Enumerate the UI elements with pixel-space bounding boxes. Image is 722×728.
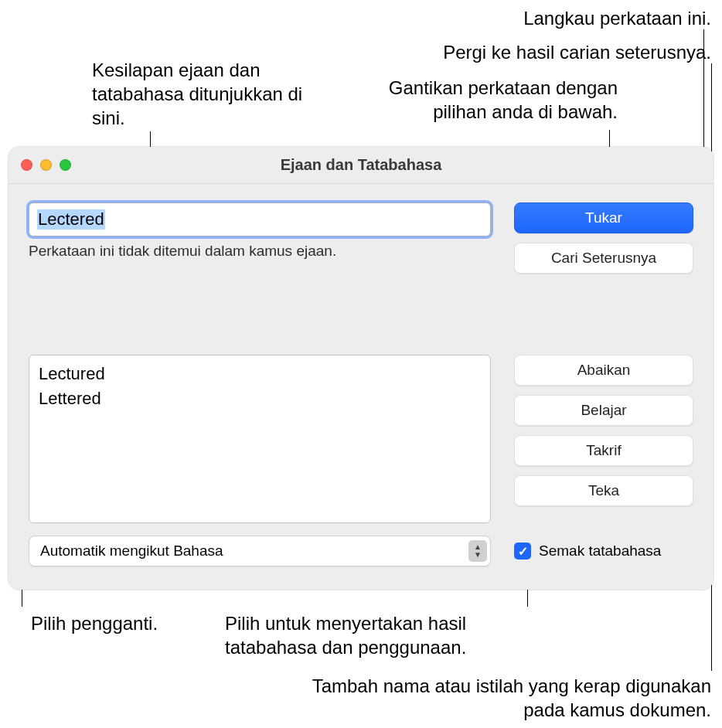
spelling-grammar-window: Ejaan dan Tatabahasa Lectered Perkataan … [9, 147, 713, 590]
callout-choose-replacement: Pilih pengganti. [31, 611, 158, 635]
ignore-button[interactable]: Abaikan [514, 355, 693, 386]
chevron-up-down-icon: ▲▼ [468, 540, 487, 562]
callout-replace: Gantikan perkataan dengan pilihan anda d… [355, 76, 618, 124]
list-item[interactable]: Lettered [39, 386, 481, 411]
guess-button[interactable]: Teka [514, 475, 693, 506]
suggestions-list[interactable]: Lectured Lettered [29, 355, 491, 523]
check-grammar-row: ✓ Semak tatabahasa [514, 543, 693, 560]
learn-button[interactable]: Belajar [514, 395, 693, 426]
misspelled-word-input[interactable]: Lectered [29, 202, 491, 236]
check-grammar-label: Semak tatabahasa [539, 543, 661, 560]
find-next-button[interactable]: Cari Seterusnya [514, 243, 693, 274]
status-text: Perkataan ini tidak ditemui dalam kamus … [29, 243, 491, 260]
language-select[interactable]: Automatik mengikut Bahasa ▲▼ [29, 536, 491, 566]
callout-add-dictionary: Tambah nama atau istilah yang kerap digu… [294, 674, 711, 722]
change-button[interactable]: Tukar [514, 202, 693, 233]
callout-include-grammar: Pilih untuk menyertakan hasil tatabahasa… [225, 611, 519, 659]
titlebar: Ejaan dan Tatabahasa [9, 147, 713, 184]
define-button[interactable]: Takrif [514, 435, 693, 466]
callout-next-result: Pergi ke hasil carian seterusnya. [443, 40, 711, 64]
callout-errors-shown: Kesilapan ejaan dan tatabahasa ditunjukk… [92, 58, 308, 131]
language-select-value: Automatik mengikut Bahasa [40, 543, 223, 560]
window-title: Ejaan dan Tatabahasa [9, 156, 713, 174]
misspelled-word-value: Lectered [37, 209, 105, 230]
check-grammar-checkbox[interactable]: ✓ [514, 543, 531, 560]
callout-skip: Langkau perkataan ini. [523, 6, 711, 30]
list-item[interactable]: Lectured [39, 362, 481, 386]
